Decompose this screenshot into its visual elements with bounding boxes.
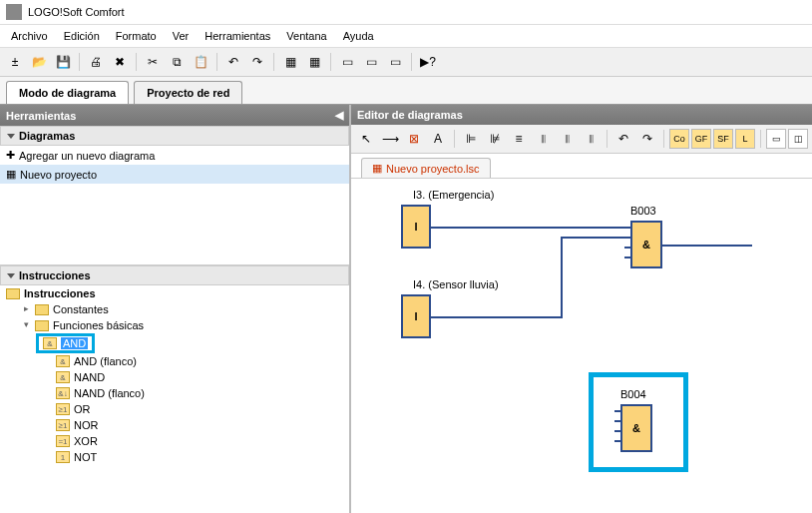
align5-icon[interactable]: ⫴ <box>556 128 578 150</box>
link-icon[interactable]: ⟶ <box>379 128 401 150</box>
tools-header: Herramientas ◀ <box>0 105 349 126</box>
folder-icon <box>6 288 20 299</box>
b004-highlight <box>589 372 688 472</box>
editor-tabs: ▦ Nuevo proyecto.lsc <box>351 154 812 179</box>
expand-icon[interactable]: ▸ <box>22 305 31 314</box>
xor-icon: =1 <box>56 435 70 447</box>
tree-and-flanco[interactable]: & AND (flanco) <box>0 353 349 369</box>
add-diagram-icon: ✚ <box>6 149 15 162</box>
align3-icon[interactable]: ≡ <box>508 128 530 150</box>
nand-icon: & <box>56 371 70 383</box>
undo2-icon[interactable]: ↶ <box>612 128 634 150</box>
tree-nand-flanco[interactable]: &↓ NAND (flanco) <box>0 385 349 401</box>
left-panel: Herramientas ◀ Diagramas ✚ Agregar un nu… <box>0 105 351 513</box>
b003-block[interactable]: & <box>630 221 662 268</box>
menu-ayuda[interactable]: Ayuda <box>336 27 381 45</box>
tree-nor[interactable]: ≥1 NOR <box>0 417 349 433</box>
app-title: LOGO!Soft Comfort <box>28 6 125 18</box>
tab-icon: ▦ <box>372 162 382 175</box>
collapse-icon[interactable]: ▾ <box>22 321 31 330</box>
co-button[interactable]: Co <box>669 129 689 149</box>
and-flanco-icon: & <box>56 355 70 367</box>
i3-block[interactable]: I <box>401 205 431 249</box>
and-block-icon: & <box>43 337 57 349</box>
menu-edicion[interactable]: Edición <box>57 27 107 45</box>
align4-icon[interactable]: ⫴ <box>532 128 554 150</box>
editor-header: Editor de diagramas <box>351 105 812 125</box>
view1-icon[interactable]: ▭ <box>766 129 786 149</box>
app-icon <box>6 4 22 20</box>
mode-tabs: Modo de diagrama Proyecto de red <box>0 77 812 105</box>
new-icon[interactable]: ± <box>4 51 26 73</box>
tree-root[interactable]: Instrucciones <box>0 285 349 301</box>
menu-archivo[interactable]: Archivo <box>4 27 55 45</box>
folder-icon <box>35 304 49 315</box>
nor-icon: ≥1 <box>56 419 70 431</box>
add-diagram-item[interactable]: ✚ Agregar un nuevo diagrama <box>0 146 349 165</box>
gf-button[interactable]: GF <box>691 129 711 149</box>
view2-icon[interactable]: ◫ <box>788 129 808 149</box>
folder-icon <box>35 320 49 331</box>
diagram-canvas[interactable]: I3. (Emergencia) I I4. (Sensor lluvia) I… <box>351 179 812 513</box>
collapse-icon[interactable]: ◀ <box>335 109 343 122</box>
i4-label: I4. (Sensor lluvia) <box>411 278 501 290</box>
menu-herramientas[interactable]: Herramientas <box>198 27 277 45</box>
tree-nand[interactable]: & NAND <box>0 369 349 385</box>
instructions-tree: Instrucciones ▸ Constantes ▾ Funciones b… <box>0 285 349 513</box>
project-item[interactable]: ▦ Nuevo proyecto <box>0 165 349 184</box>
i4-block[interactable]: I <box>401 294 431 338</box>
layout1-icon[interactable]: ▭ <box>336 51 358 73</box>
redo-icon[interactable]: ↷ <box>246 51 268 73</box>
diagrams-header[interactable]: Diagramas <box>0 126 349 146</box>
nand-flanco-icon: &↓ <box>56 387 70 399</box>
transfer-icon[interactable]: ▦ <box>279 51 301 73</box>
b003-label: B003 <box>628 205 658 217</box>
download-icon[interactable]: ▦ <box>303 51 325 73</box>
tree-and-highlighted[interactable]: & AND <box>36 333 95 353</box>
tree-xor[interactable]: =1 XOR <box>0 433 349 449</box>
align-icon[interactable]: ⊫ <box>460 128 482 150</box>
right-panel: Editor de diagramas ↖ ⟶ ⊠ A ⊫ ⊯ ≡ ⫴ ⫴ ⫴ … <box>351 105 812 513</box>
print-icon[interactable]: 🖨 <box>85 51 107 73</box>
layout3-icon[interactable]: ▭ <box>384 51 406 73</box>
copy-icon[interactable]: ⧉ <box>166 51 188 73</box>
cursor-icon[interactable]: ↖ <box>355 128 377 150</box>
project-icon: ▦ <box>6 168 16 181</box>
align2-icon[interactable]: ⊯ <box>484 128 506 150</box>
paste-icon[interactable]: 📋 <box>190 51 211 73</box>
redo2-icon[interactable]: ↷ <box>636 128 658 150</box>
delete-icon[interactable]: ✖ <box>109 51 131 73</box>
tree-or[interactable]: ≥1 OR <box>0 401 349 417</box>
menu-formato[interactable]: Formato <box>109 27 164 45</box>
sf-button[interactable]: SF <box>713 129 733 149</box>
tab-network-project[interactable]: Proyecto de red <box>134 81 242 104</box>
cut-icon[interactable]: ✂ <box>142 51 164 73</box>
menubar: Archivo Edición Formato Ver Herramientas… <box>0 25 812 47</box>
tree-constantes[interactable]: ▸ Constantes <box>0 301 349 317</box>
or-icon: ≥1 <box>56 403 70 415</box>
align6-icon[interactable]: ⫴ <box>580 128 602 150</box>
diagrams-list: ✚ Agregar un nuevo diagrama ▦ Nuevo proy… <box>0 146 349 265</box>
chevron-down-icon <box>7 273 15 278</box>
layout2-icon[interactable]: ▭ <box>360 51 382 73</box>
menu-ventana[interactable]: Ventana <box>279 27 333 45</box>
connect-icon[interactable]: ⊠ <box>403 128 425 150</box>
help-icon[interactable]: ▶? <box>417 51 439 73</box>
chevron-down-icon <box>7 134 15 139</box>
tree-not[interactable]: 1 NOT <box>0 449 349 465</box>
menu-ver[interactable]: Ver <box>166 27 197 45</box>
tab-diagram-mode[interactable]: Modo de diagrama <box>6 81 129 104</box>
editor-toolbar: ↖ ⟶ ⊠ A ⊫ ⊯ ≡ ⫴ ⫴ ⫴ ↶ ↷ Co GF SF L ▭ ◫ <box>351 125 812 154</box>
main-toolbar: ± 📂 💾 🖨 ✖ ✂ ⧉ 📋 ↶ ↷ ▦ ▦ ▭ ▭ ▭ ▶? <box>0 47 812 77</box>
editor-tab[interactable]: ▦ Nuevo proyecto.lsc <box>361 158 491 178</box>
tree-funciones[interactable]: ▾ Funciones básicas <box>0 317 349 333</box>
open-icon[interactable]: 📂 <box>28 51 50 73</box>
titlebar: LOGO!Soft Comfort <box>0 0 812 25</box>
text-icon[interactable]: A <box>427 128 449 150</box>
instructions-header[interactable]: Instrucciones <box>0 265 349 285</box>
undo-icon[interactable]: ↶ <box>222 51 244 73</box>
not-icon: 1 <box>56 451 70 463</box>
l-button[interactable]: L <box>735 129 755 149</box>
i3-label: I3. (Emergencia) <box>411 189 496 201</box>
save-icon[interactable]: 💾 <box>52 51 74 73</box>
